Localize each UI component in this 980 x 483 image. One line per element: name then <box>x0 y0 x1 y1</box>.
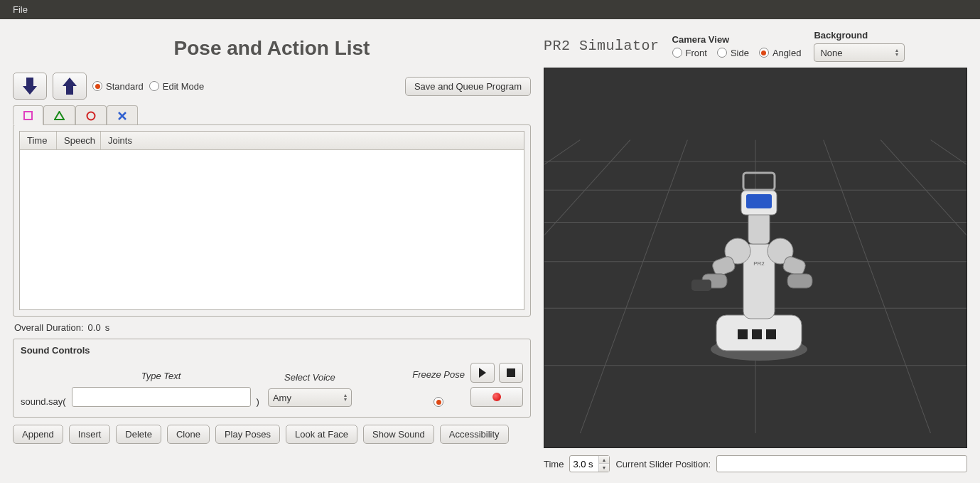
record-button[interactable] <box>470 387 523 407</box>
main-content: Pose and Action List Standard Edit Mode … <box>0 19 980 483</box>
time-row: Time ▴ ▾ Current Slider Position: <box>544 455 967 472</box>
svg-rect-34 <box>746 194 772 208</box>
move-down-button[interactable] <box>13 73 47 100</box>
x-icon <box>117 111 127 121</box>
view-angled-label: Angled <box>772 48 801 58</box>
view-side-label: Side <box>731 48 749 58</box>
arrow-down-icon <box>23 78 37 95</box>
view-side-radio[interactable]: Side <box>717 48 749 58</box>
view-front-label: Front <box>686 48 707 58</box>
play-icon <box>478 368 487 378</box>
slider-label: Current Slider Position: <box>615 459 711 469</box>
svg-rect-30 <box>787 274 812 288</box>
svg-point-1 <box>87 112 95 120</box>
radio-icon <box>149 81 159 91</box>
triangle-icon <box>54 111 65 120</box>
chevron-updown-icon: ▴▾ <box>344 393 347 402</box>
simulator-pane: PR2 Simulator Camera View Front Side Ang… <box>544 26 973 483</box>
spinner-up[interactable]: ▴ <box>599 456 609 464</box>
pose-table-frame: Time Speech Joints <box>13 124 531 317</box>
bottom-action-bar: Append Insert Delete Clone Play Poses Lo… <box>13 425 531 444</box>
background-label: Background <box>814 30 905 41</box>
voice-select[interactable]: Amy ▴▾ <box>268 388 352 407</box>
pose-table-header: Time Speech Joints <box>20 132 524 150</box>
chevron-updown-icon: ▴▾ <box>895 48 898 57</box>
pose-table[interactable]: Time Speech Joints <box>19 131 524 310</box>
sim-title: PR2 Simulator <box>544 38 659 54</box>
duration-label: Overall Duration: <box>14 322 84 333</box>
tab-triangle[interactable] <box>43 105 75 125</box>
append-button[interactable]: Append <box>13 425 63 444</box>
mode-standard-radio[interactable]: Standard <box>92 81 144 92</box>
play-sound-button[interactable] <box>470 363 495 383</box>
voice-selected: Amy <box>273 393 291 403</box>
duration-value: 0.0 <box>88 322 101 333</box>
freeze-pose-label: Freeze Pose <box>412 369 465 380</box>
menu-file[interactable]: File <box>7 3 33 16</box>
time-label: Time <box>544 459 564 469</box>
mode-edit-label: Edit Mode <box>163 81 205 92</box>
look-at-face-button[interactable]: Look at Face <box>286 425 357 444</box>
radio-icon <box>672 48 682 58</box>
pose-action-row: Standard Edit Mode Save and Queue Progra… <box>13 73 531 100</box>
mode-standard-label: Standard <box>106 81 144 92</box>
delete-button[interactable]: Delete <box>116 425 161 444</box>
say-suffix: ) <box>257 396 259 407</box>
svg-rect-35 <box>743 173 775 190</box>
say-prefix: sound.say( <box>21 396 66 407</box>
duration-row: Overall Duration: 0.0 s <box>14 322 529 333</box>
svg-rect-32 <box>748 212 770 244</box>
save-queue-button[interactable]: Save and Queue Program <box>405 77 531 96</box>
col-time[interactable]: Time <box>20 132 57 149</box>
svg-text:PR2: PR2 <box>753 260 765 267</box>
svg-rect-21 <box>752 329 762 339</box>
mode-edit-radio[interactable]: Edit Mode <box>149 81 205 92</box>
svg-rect-22 <box>766 329 776 339</box>
view-front-radio[interactable]: Front <box>672 48 707 58</box>
tab-x[interactable] <box>107 105 138 125</box>
slider-position-input[interactable] <box>716 455 967 472</box>
radio-icon <box>717 48 727 58</box>
background-selected: None <box>820 48 842 58</box>
clone-button[interactable]: Clone <box>167 425 210 444</box>
view-angled-radio[interactable]: Angled <box>759 48 801 58</box>
camera-view-label: Camera View <box>672 34 802 45</box>
simulator-viewport[interactable]: PR2 <box>544 68 967 448</box>
time-spinner[interactable]: ▴ ▾ <box>569 455 610 472</box>
show-sound-button[interactable]: Show Sound <box>363 425 434 444</box>
svg-rect-2 <box>507 368 515 377</box>
tab-square[interactable] <box>13 105 43 125</box>
spinner-down[interactable]: ▾ <box>599 464 609 472</box>
shape-tabs <box>13 105 531 125</box>
arrow-up-icon <box>63 78 77 95</box>
menubar: File <box>0 0 980 19</box>
sound-title: Sound Controls <box>21 345 523 356</box>
pose-title: Pose and Action List <box>13 37 531 60</box>
tab-circle[interactable] <box>75 105 107 125</box>
radio-icon <box>759 48 769 58</box>
background-select[interactable]: None ▴▾ <box>814 43 905 62</box>
col-joints[interactable]: Joints <box>101 132 138 149</box>
record-icon <box>492 393 501 401</box>
sound-controls: Sound Controls sound.say( Type Text ) <box>13 339 531 418</box>
svg-rect-20 <box>738 329 748 339</box>
circle-icon <box>86 111 96 121</box>
play-poses-button[interactable]: Play Poses <box>215 425 280 444</box>
type-text-label: Type Text <box>141 371 181 381</box>
freeze-pose-radio[interactable] <box>434 397 443 407</box>
sound-text-input[interactable] <box>72 387 251 407</box>
svg-rect-31 <box>691 280 711 291</box>
time-input[interactable] <box>570 459 598 469</box>
move-up-button[interactable] <box>53 73 87 100</box>
stop-sound-button[interactable] <box>499 363 523 383</box>
radio-icon <box>92 81 102 91</box>
col-speech[interactable]: Speech <box>57 132 101 149</box>
pose-pane: Pose and Action List Standard Edit Mode … <box>7 26 537 483</box>
pr2-robot-icon: PR2 <box>688 152 830 365</box>
accessibility-button[interactable]: Accessibility <box>440 425 509 444</box>
svg-rect-0 <box>24 112 32 120</box>
insert-button[interactable]: Insert <box>69 425 111 444</box>
stop-icon <box>507 368 515 377</box>
select-voice-label: Select Voice <box>284 372 335 383</box>
duration-unit: s <box>105 322 110 333</box>
